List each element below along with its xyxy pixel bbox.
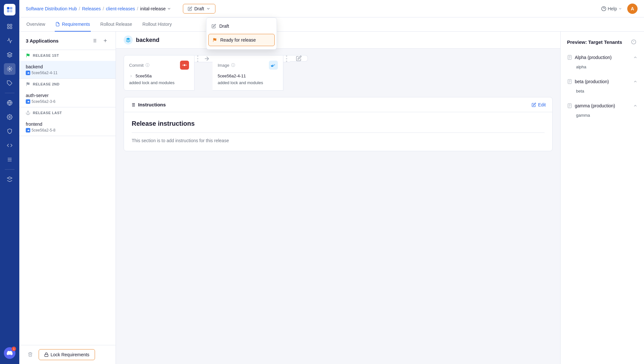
draft-button[interactable]: Draft (183, 4, 215, 14)
dots-separator (195, 55, 200, 62)
sidebar-icon-distribution[interactable] (4, 63, 15, 75)
dots-separator-2 (284, 55, 289, 62)
sidebar-icon-stack[interactable] (4, 173, 15, 185)
alpha-group-label-text: Alpha (production) (575, 55, 611, 60)
edit-card[interactable] (290, 55, 308, 62)
sidebar-icon-puzzle[interactable] (4, 77, 15, 89)
release-group-2nd-header: RELEASE 2ND (19, 79, 116, 90)
beta-chevron-icon (633, 79, 638, 84)
release-item-frontend-commit: 5cee56a2-5-8 (26, 128, 109, 133)
sidebar-divider (5, 93, 14, 93)
svg-marker-8 (7, 53, 12, 55)
alpha-chevron-icon (633, 55, 638, 60)
breadcrumb-current-dropdown[interactable]: inital-release (140, 6, 171, 11)
commit-card-header: Commit ⓘ (129, 61, 189, 70)
commit-cloud-icon (26, 71, 30, 75)
sidebar-icon-settings2[interactable] (4, 154, 15, 165)
tenant-group-alpha-header[interactable]: Alpha (production) (567, 52, 638, 63)
tenant-group-gamma-label: gamma (production) (567, 103, 615, 108)
sidebar-divider-2 (5, 169, 14, 170)
commit-card-label: Commit ⓘ (129, 63, 149, 68)
tenant-group-alpha: Alpha (production) alpha (567, 52, 638, 71)
notification-badge: 1 (12, 347, 16, 351)
release-item-backend[interactable]: backend 5cee56a2-4-11 (19, 61, 116, 78)
help-button[interactable]: Help (601, 6, 622, 11)
breadcrumb-subroute[interactable]: client-releases (106, 6, 135, 11)
draft-chevron-icon (206, 6, 211, 11)
backend-icon (126, 37, 131, 43)
gamma-group-label-text: gamma (production) (575, 103, 615, 108)
sidebar-icon-gear[interactable] (4, 111, 15, 123)
bottom-bar: Lock Requirements (19, 345, 116, 364)
image-card-label: Image ⓘ (218, 63, 235, 68)
cards-row: Commit ⓘ 5cee56a add (116, 49, 560, 97)
release-group-last: RELEASE LAST frontend 5cee56a2-5-8 (19, 107, 116, 136)
dropdown-item-ready-for-release[interactable]: Ready for release (208, 34, 275, 46)
sidebar-icon-globe[interactable] (4, 97, 15, 109)
tab-requirements[interactable]: Requirements (55, 17, 90, 32)
help-label: Help (608, 6, 617, 11)
lock-requirements-button[interactable]: Lock Requirements (39, 349, 95, 360)
left-panel: 3 Applications RELEASE 1ST (19, 32, 116, 364)
sidebar-icon-chart[interactable] (4, 35, 15, 46)
right-panel-header: Preview: Target Tenants (567, 38, 638, 46)
commit-value: 5cee56a (136, 74, 152, 78)
cloud-icon-2 (26, 101, 30, 103)
trash-icon (28, 352, 33, 357)
tab-overview[interactable]: Overview (26, 17, 46, 32)
image-info-icon[interactable]: ⓘ (231, 63, 235, 68)
commit-cloud-icon-3 (26, 128, 30, 133)
breadcrumb-root[interactable]: Software Distribution Hub (26, 6, 77, 11)
image-value-row: 5cee56a2-4-11 (218, 74, 278, 78)
sidebar-logo[interactable] (4, 4, 15, 15)
topnav: Software Distribution Hub / Releases / c… (19, 0, 644, 17)
main-panel: backend Commit ⓘ (116, 32, 560, 364)
list-icon (130, 102, 136, 107)
dropdown-draft-label: Draft (219, 24, 229, 29)
tenant-group-beta-header[interactable]: beta (production) (567, 76, 638, 87)
git-icon-wrapper (180, 61, 189, 70)
tenant-group-alpha-label: Alpha (production) (567, 55, 611, 60)
release-group-last-header: RELEASE LAST (19, 107, 116, 118)
sidebar-icon-layers[interactable] (4, 49, 15, 61)
sidebar-icon-home[interactable] (4, 21, 15, 32)
instructions-section: Instructions Edit Release instructions T… (124, 97, 553, 151)
breadcrumb-releases[interactable]: Releases (82, 6, 101, 11)
release-item-auth-server[interactable]: auth-server 5cee56a2-3-6 (19, 90, 116, 107)
user-avatar[interactable]: A (627, 4, 638, 14)
sidebar-discord-notification[interactable]: 1 (4, 347, 15, 360)
sort-button[interactable] (90, 37, 98, 44)
sidebar-icon-code[interactable] (4, 140, 15, 151)
commit-description: added lock and modules (129, 80, 189, 85)
release-last-label: RELEASE LAST (33, 111, 62, 115)
plus-icon (103, 38, 108, 43)
instructions-title: Instructions (130, 102, 166, 107)
tab-rollout-history[interactable]: Rollout History (142, 17, 172, 32)
edit-instructions-button[interactable]: Edit (532, 102, 546, 107)
svg-rect-5 (10, 24, 12, 26)
lock-icon (44, 352, 49, 357)
svg-rect-7 (10, 27, 12, 29)
commit-value-row: 5cee56a (129, 74, 189, 78)
release-item-frontend[interactable]: frontend 5cee56a2-5-8 (19, 118, 116, 136)
right-panel-info-button[interactable] (630, 38, 638, 46)
add-application-button[interactable] (101, 37, 109, 44)
card-separator-2 (283, 55, 290, 62)
dropdown-item-draft[interactable]: Draft (206, 20, 277, 33)
lock-requirements-label: Lock Requirements (51, 352, 90, 357)
tenant-group-gamma-header[interactable]: gamma (production) (567, 101, 638, 111)
release-1st-label: RELEASE 1ST (33, 54, 59, 57)
tab-rollout-release[interactable]: Rollout Release (100, 17, 133, 32)
edit-label: Edit (538, 102, 546, 107)
tenant-item-gamma: gamma (567, 111, 638, 120)
sidebar-icon-shield[interactable] (4, 125, 15, 137)
delete-button[interactable] (26, 350, 35, 360)
breadcrumb-sep-1: / (79, 6, 80, 11)
right-panel-title: Preview: Target Tenants (567, 39, 622, 45)
edit-icon (188, 6, 192, 11)
release-group-1st: RELEASE 1ST backend 5cee56a2-4-11 (19, 50, 116, 79)
image-label-text: Image (218, 63, 229, 68)
dot-5 (286, 58, 287, 59)
commit-info-icon[interactable]: ⓘ (146, 63, 149, 68)
main-panel-header: backend (116, 32, 560, 49)
